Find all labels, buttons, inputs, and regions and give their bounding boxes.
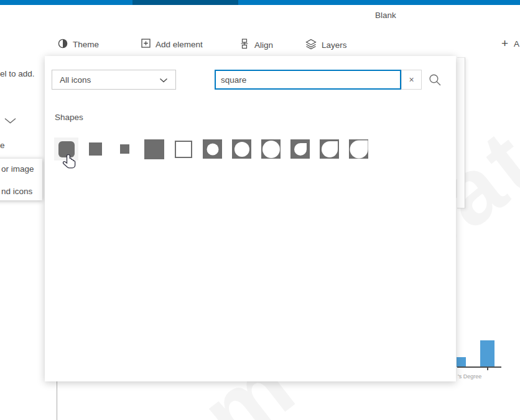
top-progress-bar-segment bbox=[132, 0, 238, 5]
add-element-icon bbox=[141, 39, 151, 50]
shape-icon-square-filled-medium[interactable] bbox=[83, 138, 108, 161]
shape-icon-square-filled-small[interactable] bbox=[113, 138, 137, 161]
search-bar: × bbox=[215, 70, 442, 90]
icon-category-value: All icons bbox=[60, 75, 91, 85]
shape-results-row bbox=[54, 138, 371, 161]
text-fragment: e bbox=[0, 141, 5, 150]
layers-icon bbox=[305, 39, 317, 52]
clear-search-button[interactable]: × bbox=[401, 70, 422, 90]
layers-button[interactable]: Layers bbox=[305, 39, 347, 52]
shape-icon-square-rounded-filled[interactable] bbox=[54, 138, 78, 161]
shape-icon-square-circle-cutout-small[interactable] bbox=[200, 138, 225, 161]
align-icon bbox=[239, 39, 249, 51]
canvas-edge-line bbox=[57, 381, 57, 420]
chevron-down-icon bbox=[159, 75, 168, 85]
icon-picker-dialog: All icons × Shapes bbox=[45, 56, 456, 381]
menu-item-nd-icons[interactable]: nd icons bbox=[1, 187, 32, 196]
add-button-label-clipped[interactable]: A bbox=[514, 39, 519, 49]
chart-x-axis bbox=[457, 366, 501, 368]
menu-item-or-image[interactable]: or image bbox=[1, 164, 34, 174]
screen: m pat Blank Theme Add element Align bbox=[0, 0, 520, 420]
shape-icon-square-droplet-cutout-large[interactable] bbox=[346, 138, 371, 161]
icon-search-input[interactable] bbox=[215, 70, 401, 90]
theme-label: Theme bbox=[73, 40, 99, 49]
panel-edge-clipped bbox=[457, 57, 465, 208]
panel-hint-text-fragment: el to add. bbox=[0, 69, 35, 78]
shape-icon-square-circle-cutout-large[interactable] bbox=[259, 138, 283, 161]
align-label: Align bbox=[254, 40, 273, 50]
theme-button[interactable]: Theme bbox=[58, 39, 99, 50]
top-progress-bar bbox=[0, 0, 520, 5]
chart-axis-tick bbox=[487, 368, 488, 370]
context-menu-clipped: or image nd icons bbox=[0, 159, 42, 200]
chevron-down-icon[interactable] bbox=[4, 116, 17, 127]
search-icon[interactable] bbox=[429, 73, 442, 86]
chart-bar bbox=[480, 340, 494, 367]
shape-icon-square-droplet-cutout-small[interactable] bbox=[288, 138, 312, 161]
page-title: Blank bbox=[375, 11, 396, 20]
layers-label: Layers bbox=[322, 40, 347, 50]
shape-icon-square-outline[interactable] bbox=[171, 138, 195, 161]
shape-icon-square-filled-large[interactable] bbox=[142, 138, 166, 161]
align-button[interactable]: Align bbox=[239, 39, 273, 51]
add-element-button[interactable]: Add element bbox=[141, 39, 203, 50]
shapes-section-title: Shapes bbox=[55, 113, 83, 122]
chart-axis-label-fragment: 's Degree bbox=[458, 373, 481, 380]
plus-icon[interactable]: + bbox=[501, 37, 508, 50]
add-element-label: Add element bbox=[156, 40, 203, 49]
shape-icon-square-droplet-cutout-medium[interactable] bbox=[317, 138, 341, 161]
theme-contrast-icon bbox=[58, 39, 68, 50]
chart-bar bbox=[457, 357, 466, 367]
shape-icon-square-circle-cutout-medium[interactable] bbox=[230, 138, 254, 161]
icon-category-select[interactable]: All icons bbox=[52, 70, 176, 90]
